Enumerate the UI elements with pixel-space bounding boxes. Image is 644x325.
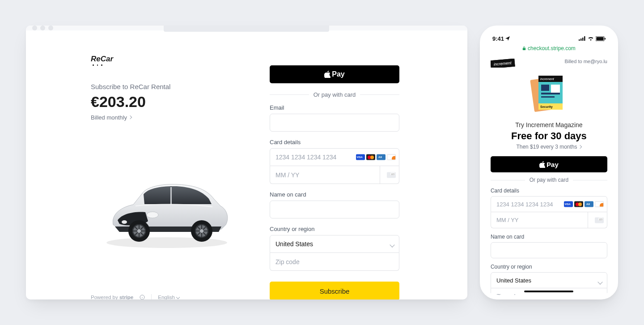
apple-logo-icon [324, 71, 330, 78]
product-hero: increment Security Try Increment Magazin… [491, 72, 607, 150]
merchant-brand: ReCar [91, 55, 243, 66]
brand-dots-icon [93, 64, 243, 66]
price: €203.20 [91, 93, 243, 111]
svg-point-2 [122, 220, 127, 224]
billed-to-label: Billed to me@ryo.lu [564, 59, 607, 64]
apple-pay-label: Pay [547, 161, 559, 168]
name-on-card-label: Name on card [491, 234, 607, 240]
country-label: Country or region [491, 264, 607, 270]
or-pay-label: Or pay with card [530, 177, 568, 183]
cvc-hint-icon [595, 218, 604, 223]
country-select[interactable]: United States [270, 235, 399, 253]
card-details-label: Card details [270, 139, 399, 145]
or-divider: Or pay with card [270, 91, 399, 98]
svg-rect-23 [579, 39, 580, 41]
zip-input[interactable] [270, 253, 399, 271]
product-summary: ReCar Subscribe to ReCar Rental €203.20 … [91, 55, 243, 299]
powered-by: Powered by stripe [91, 295, 133, 299]
checkout-body: ReCar Subscribe to ReCar Rental €203.20 … [26, 30, 467, 299]
billing-interval[interactable]: Billed monthly [91, 114, 243, 121]
visa-icon [356, 154, 365, 160]
email-input[interactable] [270, 114, 399, 132]
lock-icon [522, 46, 526, 51]
svg-rect-26 [584, 36, 585, 41]
window-min-dot[interactable] [40, 26, 45, 30]
safari-url-bar[interactable]: checkout.stripe.com [484, 44, 614, 54]
or-divider: Or pay with card [491, 177, 607, 183]
card-brand-icons [564, 201, 604, 207]
wifi-icon [588, 36, 594, 41]
billing-label: Billed monthly [91, 114, 127, 121]
phone-checkout-body: increment Billed to me@ryo.lu increment … [484, 54, 614, 295]
svg-rect-29 [605, 38, 606, 39]
magazine-illustration-icon: increment Security [529, 72, 569, 117]
cvc-hint-icon [387, 172, 396, 178]
subscribe-title: Subscribe to ReCar Rental [91, 83, 243, 90]
country-label: Country or region [270, 226, 399, 232]
browser-url-placeholder [164, 26, 329, 32]
card-expiry-input[interactable] [270, 166, 380, 184]
chevron-down-icon [176, 295, 180, 299]
mastercard-icon [574, 201, 583, 207]
browser-title-bar [26, 26, 467, 30]
cellular-icon [579, 36, 586, 41]
svg-rect-25 [582, 38, 584, 41]
or-pay-label: Or pay with card [314, 91, 356, 98]
phone-mockup: 9:41 checkout.stripe.com increment Bille… [480, 26, 618, 299]
home-indicator[interactable] [524, 291, 573, 292]
desktop-browser-window: ReCar Subscribe to ReCar Rental €203.20 … [26, 26, 467, 299]
card-details-label: Card details [491, 188, 607, 194]
apple-pay-button[interactable]: Pay [491, 156, 607, 172]
discover-icon [387, 154, 396, 160]
svg-rect-37 [541, 93, 560, 94]
car-illustration-icon [100, 171, 234, 252]
svg-text:Security: Security [540, 105, 553, 109]
svg-rect-35 [541, 85, 549, 91]
checkout-footer: Powered by stripe English [91, 289, 243, 299]
phone-notch [522, 30, 575, 40]
name-on-card-label: Name on card [270, 191, 399, 198]
battery-icon [596, 36, 606, 41]
amex-icon [377, 154, 386, 160]
try-line: Try Increment Magazine [491, 121, 607, 128]
svg-point-11 [137, 229, 141, 233]
svg-rect-24 [580, 38, 582, 41]
chevron-right-icon [578, 145, 582, 149]
svg-point-0 [106, 237, 227, 248]
apple-logo-icon [539, 161, 545, 168]
svg-rect-1 [170, 187, 172, 204]
then-line[interactable]: Then $19 every 3 months [491, 144, 607, 150]
email-label: Email [270, 104, 399, 111]
safari-url-text: checkout.stripe.com [528, 45, 576, 51]
country-select[interactable]: United States [491, 272, 607, 288]
info-icon[interactable] [140, 295, 145, 299]
brand-label: ReCar [91, 55, 113, 63]
window-traffic-lights [32, 26, 53, 30]
apple-pay-button[interactable]: Pay [270, 65, 399, 83]
name-on-card-input[interactable] [270, 201, 399, 218]
svg-rect-28 [597, 37, 604, 40]
language-selector[interactable]: English [158, 295, 179, 299]
status-time: 9:41 [492, 35, 504, 42]
svg-text:increment: increment [540, 77, 555, 81]
window-close-dot[interactable] [32, 26, 37, 30]
visa-icon [564, 201, 573, 207]
svg-rect-30 [523, 48, 525, 50]
free-line: Free for 30 days [491, 130, 607, 142]
country-value: United States [496, 277, 531, 284]
discover-icon [595, 201, 604, 207]
name-on-card-input[interactable] [491, 242, 607, 258]
mastercard-icon [366, 154, 375, 160]
then-line-text: Then $19 every 3 months [516, 144, 577, 150]
card-expiry-input[interactable] [491, 212, 588, 228]
svg-point-19 [200, 229, 203, 233]
country-value: United States [275, 240, 313, 248]
location-arrow-icon [505, 36, 510, 41]
card-brand-icons [356, 154, 396, 160]
apple-pay-label: Pay [332, 70, 344, 78]
payment-form: Pay Or pay with card Email Card details [270, 55, 399, 299]
svg-point-3 [147, 212, 158, 218]
subscribe-button[interactable]: Subscribe [270, 282, 399, 299]
svg-rect-38 [541, 96, 555, 98]
window-max-dot[interactable] [48, 26, 53, 30]
